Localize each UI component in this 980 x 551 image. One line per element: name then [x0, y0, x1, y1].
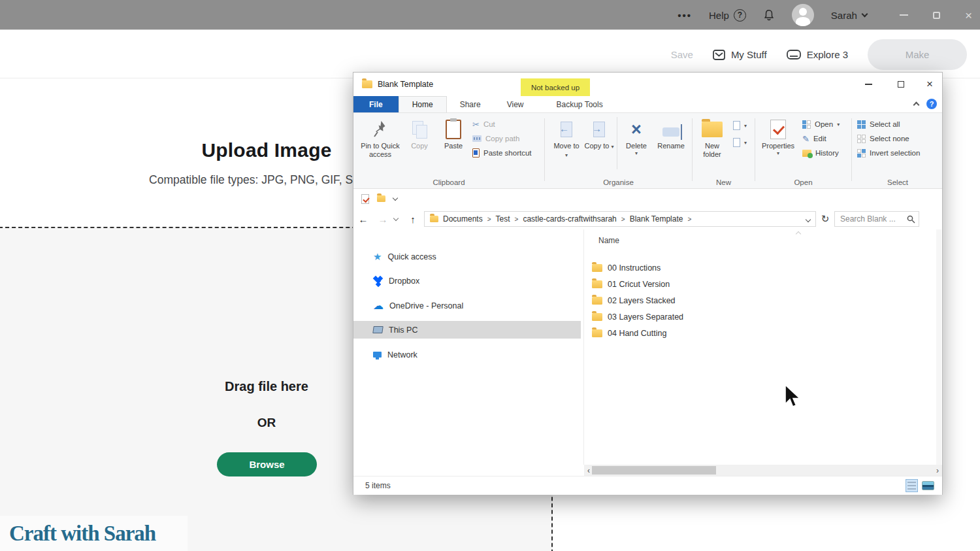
- new-item-button[interactable]: ▾: [733, 120, 747, 131]
- app-close-button[interactable]: ×: [965, 9, 972, 22]
- history-button[interactable]: History: [802, 147, 840, 159]
- folder-icon: [592, 280, 602, 288]
- scroll-right-icon[interactable]: ›: [933, 466, 942, 475]
- file-row-01-cricut-version[interactable]: 01 Cricut Version: [592, 276, 853, 292]
- select-all-button[interactable]: Select all: [857, 118, 920, 130]
- sidebar-item-onedrive[interactable]: ☁ OneDrive - Personal: [353, 297, 581, 314]
- help-menu[interactable]: Help ?: [709, 9, 746, 22]
- edit-button[interactable]: ✎ Edit: [802, 133, 840, 144]
- qat-properties-icon[interactable]: [361, 194, 369, 204]
- forward-button[interactable]: →: [373, 214, 393, 225]
- move-to-icon: ←: [561, 122, 572, 137]
- address-bar[interactable]: Documents > Test > castle-cards-craftwit…: [424, 211, 816, 227]
- notifications-bell-icon[interactable]: [763, 9, 775, 21]
- breadcrumb-test[interactable]: Test: [496, 214, 510, 224]
- pin-to-quick-access-button[interactable]: Pin to Quick access: [359, 117, 402, 169]
- copy-to-button[interactable]: → Copy to ▾: [584, 117, 614, 169]
- breadcrumb-documents[interactable]: Documents: [443, 214, 483, 224]
- user-menu[interactable]: Sarah: [831, 10, 867, 21]
- group-select: Select all Select none Invert selection …: [852, 113, 943, 189]
- group-open: Properties ▾ Open ▾ ✎ Edit Hist: [755, 113, 851, 189]
- app-restore-button[interactable]: [933, 12, 940, 19]
- address-bar-row: ← → ↑ Documents > Test > castle-cards-cr…: [353, 209, 942, 229]
- qat-folder-icon[interactable]: [377, 195, 385, 202]
- group-organise: ← Move to ▾ → Copy to ▾ × Delete ▾ Renam…: [545, 113, 692, 189]
- tab-backup-tools[interactable]: Backup Tools: [544, 96, 616, 112]
- open-button[interactable]: Open ▾: [802, 118, 840, 130]
- search-box: [834, 211, 919, 227]
- large-icons-view-button[interactable]: [922, 481, 934, 490]
- ribbon: Pin to Quick access Copy Paste ✂ Cut: [353, 113, 942, 189]
- navigation-pane: ★ Quick access Dropbox ☁ OneDrive - Pers…: [353, 229, 584, 465]
- invert-selection-button[interactable]: Invert selection: [857, 147, 920, 159]
- delete-x-icon: ×: [631, 120, 642, 139]
- file-row-02-layers-stacked[interactable]: 02 Layers Stacked: [592, 292, 853, 309]
- sidebar-item-network[interactable]: Network: [353, 346, 581, 363]
- save-button[interactable]: Save: [671, 49, 693, 60]
- address-dropdown-icon[interactable]: [806, 217, 811, 222]
- app-minimize-button[interactable]: [900, 14, 908, 16]
- easy-access-icon: [733, 138, 740, 147]
- explorer-title-bar[interactable]: Blank Template: [353, 73, 942, 96]
- easy-access-button[interactable]: ▾: [733, 137, 747, 148]
- column-header-name[interactable]: Name: [598, 236, 619, 245]
- back-button[interactable]: ←: [353, 214, 373, 225]
- open-icon: [802, 120, 811, 129]
- up-button[interactable]: ↑: [403, 214, 423, 225]
- sidebar-item-quick-access[interactable]: ★ Quick access: [353, 248, 581, 265]
- details-view-button[interactable]: [906, 479, 918, 492]
- file-row-04-hand-cutting[interactable]: 04 Hand Cutting: [592, 325, 853, 341]
- properties-button[interactable]: Properties ▾: [759, 117, 797, 169]
- file-row-00-instructions[interactable]: 00 Instructions: [592, 259, 853, 276]
- sidebar-item-this-pc[interactable]: This PC: [353, 321, 581, 339]
- copy-button[interactable]: Copy: [404, 117, 434, 169]
- tab-view[interactable]: View: [494, 96, 537, 112]
- make-button[interactable]: Make: [868, 39, 967, 70]
- properties-icon: [770, 120, 786, 139]
- explorer-close-button[interactable]: ×: [920, 73, 939, 96]
- explorer-help-icon[interactable]: ?: [926, 99, 937, 109]
- explorer-minimize-button[interactable]: [858, 73, 878, 96]
- qat-customize-icon[interactable]: [393, 195, 398, 200]
- sort-indicator-icon: [796, 231, 801, 237]
- select-none-button[interactable]: Select none: [857, 133, 920, 144]
- envelope-icon: [713, 50, 725, 60]
- status-bar: 5 items: [353, 476, 942, 495]
- scrollbar-thumb[interactable]: [592, 466, 716, 475]
- paste-button[interactable]: Paste: [437, 117, 470, 169]
- vertical-scrollbar[interactable]: [936, 229, 941, 465]
- delete-button[interactable]: × Delete ▾: [621, 117, 652, 169]
- browse-button[interactable]: Browse: [217, 452, 317, 476]
- cut-button[interactable]: ✂ Cut: [472, 118, 532, 130]
- app-window: ••• Help ? Sarah × Save: [0, 0, 980, 551]
- minimize-ribbon-icon[interactable]: [913, 102, 920, 109]
- breadcrumb-blank-template[interactable]: Blank Template: [630, 214, 683, 224]
- invert-selection-icon: [857, 149, 866, 158]
- refresh-button[interactable]: ↻: [816, 213, 834, 225]
- breadcrumb-castle-cards[interactable]: castle-cards-craftwithsarah: [523, 214, 616, 224]
- explorer-window-title: Blank Template: [378, 80, 433, 89]
- search-input[interactable]: [835, 212, 919, 226]
- recent-locations-icon[interactable]: [393, 216, 399, 221]
- user-avatar[interactable]: [792, 4, 814, 26]
- copy-path-button[interactable]: Copy path: [472, 133, 532, 144]
- overflow-menu-icon[interactable]: •••: [678, 10, 692, 21]
- quick-access-star-icon: ★: [373, 251, 382, 263]
- tab-share[interactable]: Share: [447, 96, 494, 112]
- horizontal-scrollbar[interactable]: ‹ ›: [584, 465, 942, 476]
- tab-home[interactable]: Home: [399, 96, 447, 112]
- paste-shortcut-button[interactable]: Paste shortcut: [472, 147, 532, 159]
- tab-file[interactable]: File: [353, 96, 399, 112]
- file-row-03-layers-separated[interactable]: 03 Layers Separated: [592, 309, 853, 325]
- copy-path-icon: [472, 135, 482, 142]
- rename-button[interactable]: Rename: [653, 117, 689, 169]
- new-folder-button[interactable]: New folder: [695, 117, 729, 169]
- my-stuff-button[interactable]: My Stuff: [713, 49, 767, 60]
- move-to-button[interactable]: ← Move to ▾: [551, 117, 581, 169]
- folder-icon: [592, 297, 602, 305]
- explorer-maximize-button[interactable]: [891, 73, 911, 96]
- sidebar-item-dropbox[interactable]: Dropbox: [353, 272, 581, 290]
- drag-file-label: Drag file here: [169, 379, 365, 394]
- explore-machine-button[interactable]: Explore 3: [787, 49, 848, 60]
- search-icon: [907, 215, 915, 224]
